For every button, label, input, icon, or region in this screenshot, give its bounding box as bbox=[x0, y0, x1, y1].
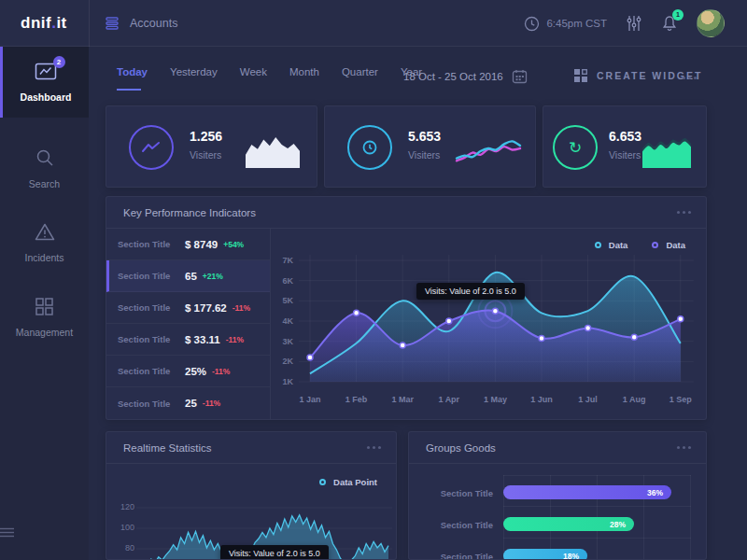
tab-today[interactable]: Today bbox=[117, 66, 148, 85]
topbar-actions: 6:45pm CST 1 bbox=[524, 0, 725, 47]
sidebar-item-management[interactable]: Management bbox=[0, 297, 89, 358]
svg-text:1K: 1K bbox=[282, 377, 293, 386]
clock-time: 6:45pm CST bbox=[524, 16, 607, 32]
kpi-row-selected[interactable]: Section Title65+21% bbox=[106, 260, 270, 292]
create-widget-icon bbox=[574, 69, 587, 82]
topbar: dnif.it Accounts 6:45pm CST 1 bbox=[0, 0, 747, 47]
date-range-picker[interactable]: 18 Oct - 25 Oct 2016 bbox=[403, 69, 528, 84]
sidebar-item-label: Dashboard bbox=[3, 91, 89, 103]
create-widget-button[interactable]: CREATE WIDGET bbox=[574, 69, 702, 82]
app-logo[interactable]: dnif.it bbox=[21, 14, 67, 33]
realtime-panel-title: Realtime Statistics bbox=[123, 442, 212, 454]
stat-card-visitors-1[interactable]: 1.256 Visiters bbox=[106, 105, 317, 188]
stat-card-visitors-3[interactable]: ↻ 6.653 Visiters bbox=[543, 105, 707, 188]
clock-icon bbox=[524, 16, 540, 32]
tab-month[interactable]: Month bbox=[289, 66, 319, 85]
kpi-row[interactable]: Section Title25%-11% bbox=[106, 356, 270, 387]
svg-text:2K: 2K bbox=[282, 357, 293, 366]
svg-text:5K: 5K bbox=[282, 296, 293, 305]
kpi-panel: Key Performance Indicators Section Title… bbox=[106, 196, 707, 420]
svg-text:1 May: 1 May bbox=[484, 395, 507, 404]
svg-text:6K: 6K bbox=[282, 276, 293, 286]
groups-panel-title: Groups Goods bbox=[426, 442, 496, 454]
goal-row: Section Title 18% bbox=[409, 549, 707, 560]
kpi-row[interactable]: Section Title$ 177.62-11% bbox=[106, 292, 270, 324]
realtime-menu-button[interactable] bbox=[367, 446, 381, 449]
progress-bar[interactable]: 28% bbox=[503, 517, 634, 531]
delta-badge: -11% bbox=[212, 367, 230, 376]
sidebar-collapse-button[interactable] bbox=[0, 527, 89, 538]
stat-value: 5.653 bbox=[408, 129, 441, 144]
kpi-line-chart: 7K6K5K4K3K2K1K1 Jan1 Feb1 Mar1 Apr1 May1… bbox=[271, 229, 707, 420]
legend-item-data-purple[interactable]: Data bbox=[652, 240, 685, 250]
svg-text:1 Feb: 1 Feb bbox=[345, 395, 368, 404]
stat-value: 1.256 bbox=[190, 129, 222, 144]
goal-row: Section Title 28% bbox=[409, 517, 707, 532]
sidebar-item-search[interactable]: Search bbox=[0, 147, 89, 209]
nav-accounts-label: Accounts bbox=[130, 17, 177, 30]
svg-text:1 Jul: 1 Jul bbox=[578, 395, 598, 404]
topbar-divider bbox=[89, 0, 90, 47]
svg-text:1 Jan: 1 Jan bbox=[299, 395, 320, 404]
groups-panel-header: Groups Goods bbox=[409, 432, 706, 464]
sidebar-item-incidents[interactable]: Incidents bbox=[0, 222, 89, 284]
svg-text:1 Sep: 1 Sep bbox=[669, 395, 693, 404]
trend-zigzag-icon bbox=[129, 125, 174, 170]
stat-label: Visiters bbox=[408, 149, 440, 161]
stat-label: Visiters bbox=[190, 149, 221, 161]
sidebar-item-label: Search bbox=[0, 178, 89, 189]
magnifier-icon bbox=[35, 147, 55, 168]
dual-line-sparkline bbox=[455, 125, 522, 170]
stat-value: 6.653 bbox=[609, 129, 641, 144]
dashboard-badge: 2 bbox=[53, 56, 65, 68]
stat-card-visitors-2[interactable]: 5.653 Visiters bbox=[324, 105, 536, 188]
white-area-sparkline bbox=[244, 127, 302, 168]
svg-text:1 Aug: 1 Aug bbox=[623, 395, 646, 404]
time-label: 6:45pm CST bbox=[546, 18, 607, 29]
accounts-list-icon bbox=[106, 17, 120, 30]
dashboard-chart-icon: 2 bbox=[35, 62, 58, 81]
tab-quarter[interactable]: Quarter bbox=[342, 66, 378, 85]
green-area-sparkline bbox=[641, 127, 693, 168]
period-tabs: Today Yesterday Week Month Quarter Year bbox=[117, 66, 422, 85]
chart-tooltip: Visits: Value of 2.0 is 5.0 bbox=[416, 283, 525, 300]
kpi-menu-button[interactable] bbox=[677, 211, 691, 214]
page-menu-button[interactable] bbox=[683, 77, 697, 79]
groups-goods-panel: Groups Goods Section Title 36% Section T… bbox=[408, 431, 707, 560]
stat-label: Visiters bbox=[609, 149, 641, 161]
groups-menu-button[interactable] bbox=[677, 446, 691, 449]
nav-accounts[interactable]: Accounts bbox=[106, 0, 177, 47]
grid-icon bbox=[35, 297, 54, 316]
svg-text:4K: 4K bbox=[282, 316, 293, 326]
progress-bar[interactable]: 36% bbox=[503, 485, 671, 499]
sidebar-item-dashboard[interactable]: 2 Dashboard bbox=[0, 47, 89, 118]
notification-badge: 1 bbox=[672, 9, 684, 21]
user-avatar[interactable] bbox=[697, 9, 725, 37]
kpi-row[interactable]: Section Title$ 33.11-11% bbox=[106, 324, 270, 356]
sliders-icon[interactable] bbox=[626, 15, 642, 32]
sidebar-item-label: Management bbox=[0, 327, 89, 338]
kpi-legend: Data Data bbox=[595, 240, 685, 250]
notifications-button[interactable]: 1 bbox=[661, 15, 678, 33]
goal-row: Section Title 36% bbox=[409, 485, 707, 500]
delta-badge: -11% bbox=[233, 303, 250, 313]
delta-badge: -11% bbox=[203, 399, 220, 408]
warning-triangle-icon bbox=[34, 222, 56, 242]
svg-text:3K: 3K bbox=[282, 337, 293, 346]
svg-text:1 Jun: 1 Jun bbox=[530, 395, 553, 404]
tab-week[interactable]: Week bbox=[240, 66, 267, 85]
kpi-panel-header: Key Performance Indicators bbox=[106, 197, 706, 229]
progress-bar[interactable]: 18% bbox=[503, 549, 587, 560]
mini-clock-icon bbox=[347, 125, 392, 170]
realtime-panel-header: Realtime Statistics bbox=[106, 432, 396, 464]
calendar-icon bbox=[512, 69, 528, 84]
sidebar-item-label: Incidents bbox=[0, 252, 89, 263]
kpi-row[interactable]: Section Title25-11% bbox=[106, 387, 270, 419]
kpi-table: Section Title$ 8749+54% Section Title65+… bbox=[106, 229, 271, 420]
svg-text:1 Mar: 1 Mar bbox=[391, 395, 414, 404]
delta-badge: +21% bbox=[203, 272, 223, 281]
sidebar: 2 Dashboard Search Incidents Management bbox=[0, 47, 89, 560]
legend-item-data-cyan[interactable]: Data bbox=[595, 240, 628, 250]
tab-yesterday[interactable]: Yesterday bbox=[170, 66, 218, 85]
kpi-row[interactable]: Section Title$ 8749+54% bbox=[106, 229, 270, 260]
